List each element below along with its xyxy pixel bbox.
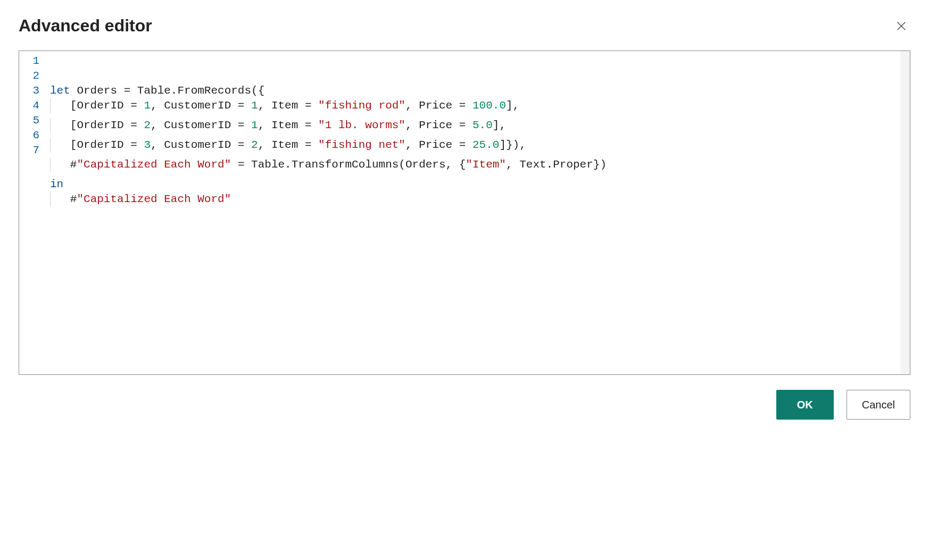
line-number-gutter: 1234567 [19,51,47,374]
code-token: "Item" [466,158,506,171]
code-token: , Item = [258,99,318,112]
code-line[interactable]: #"Capitalized Each Word" [50,192,910,212]
code-token: , Item = [258,119,318,131]
line-number: 6 [19,128,47,143]
code-token: = Table.TransformColumns(Orders, { [231,158,466,171]
ok-button[interactable]: OK [776,390,834,420]
dialog-buttons: OK Cancel [19,390,910,420]
code-token: 1 [251,119,258,131]
code-editor[interactable]: 1234567 let Orders = Table.FromRecords({… [19,51,910,375]
line-number: 1 [19,54,47,69]
close-icon [895,20,907,32]
code-token: 5.0 [472,119,493,131]
code-token: 2 [251,139,258,151]
code-token: let [50,85,70,97]
line-number: 2 [19,69,47,83]
code-token: 3 [144,139,151,151]
code-token: "fishing net" [318,139,405,151]
code-token: [OrderID = [50,139,144,151]
code-token: , Item = [258,139,318,151]
dialog-header: Advanced editor [19,16,910,36]
code-token: in [50,178,63,190]
code-token: ], [506,99,519,112]
code-token: , CustomerID = [151,139,251,151]
code-token: ]}), [499,139,526,151]
cancel-button[interactable]: Cancel [847,390,910,420]
line-number: 7 [19,143,47,158]
dialog-title: Advanced editor [19,16,152,36]
code-token: , CustomerID = [151,119,251,131]
code-token: , CustomerID = [151,99,251,112]
code-token: "Capitalized Each Word" [77,193,231,205]
code-token: 1 [144,99,151,112]
code-line[interactable]: [OrderID = 1, CustomerID = 1, Item = "fi… [50,98,910,118]
code-token: , Price = [405,99,472,112]
code-line[interactable]: [OrderID = 3, CustomerID = 2, Item = "fi… [50,138,910,157]
code-token: # [50,158,77,171]
code-token: 100.0 [472,99,506,112]
code-token: Orders = Table.FromRecords({ [70,85,264,97]
line-number: 4 [19,98,47,113]
code-line[interactable]: let Orders = Table.FromRecords({ [50,83,910,98]
code-token: 2 [144,119,151,131]
code-token: 25.0 [472,139,499,151]
code-token: 1 [251,99,258,112]
code-token: , Text.Proper}) [506,158,607,171]
close-button[interactable] [892,17,910,35]
scrollbar[interactable] [900,51,910,374]
code-token: "Capitalized Each Word" [77,158,231,171]
code-token: "1 lb. worms" [318,119,405,131]
code-token: [OrderID = [50,99,144,112]
code-area[interactable]: let Orders = Table.FromRecords({ [OrderI… [47,51,910,374]
code-token: , Price = [405,139,472,151]
line-number: 5 [19,113,47,128]
code-token: # [50,193,77,205]
code-line[interactable]: [OrderID = 2, CustomerID = 1, Item = "1 … [50,118,910,138]
code-token: "fishing rod" [318,99,405,112]
code-token: ], [493,119,506,131]
code-token: , Price = [405,119,472,131]
line-number: 3 [19,83,47,98]
code-token: [OrderID = [50,119,144,131]
code-line[interactable]: #"Capitalized Each Word" = Table.Transfo… [50,157,910,177]
code-line[interactable]: in [50,177,910,192]
